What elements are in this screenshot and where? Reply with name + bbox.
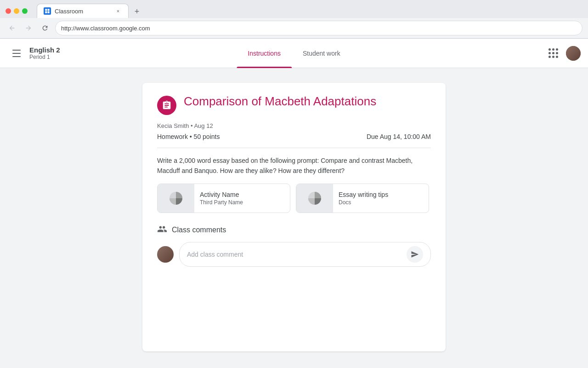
grid-dot xyxy=(548,52,551,54)
attachment-type-1: Docs xyxy=(339,199,423,206)
app-name: English 2 xyxy=(29,46,60,54)
avatar-image xyxy=(566,46,581,61)
tab-title: Classroom xyxy=(55,8,111,15)
svg-rect-0 xyxy=(45,9,47,11)
assignment-icon xyxy=(157,96,176,115)
tab-instructions[interactable]: Instructions xyxy=(237,39,292,68)
class-comments-header: Class comments xyxy=(157,224,431,236)
main-content: Comparison of Macbeth Adaptations Kecia … xyxy=(0,68,588,366)
attachment-thumbnail-1 xyxy=(296,184,333,213)
header-brand: English 2 Period 1 xyxy=(29,46,60,60)
tab-favicon-icon xyxy=(44,7,51,15)
attachment-info-0: Activity Name Third Party Name xyxy=(194,187,290,209)
assignment-title: Comparison of Macbeth Adaptations xyxy=(184,94,376,109)
app-subtitle: Period 1 xyxy=(29,54,60,60)
assignment-date: Aug 12 xyxy=(194,122,213,129)
apps-button[interactable] xyxy=(544,44,562,63)
assignment-description: Write a 2,000 word essay based on the fo… xyxy=(157,155,431,176)
hamburger-line-1 xyxy=(12,50,21,51)
class-comments-section: Class comments xyxy=(157,224,431,267)
back-button[interactable] xyxy=(6,22,18,34)
assignment-due: Due Aug 14, 10:00 AM xyxy=(367,133,431,140)
tab-bar: Classroom × + xyxy=(37,4,582,18)
svg-rect-1 xyxy=(48,9,50,11)
comments-icon xyxy=(157,224,167,236)
assignment-points-row: Homework • 50 points Due Aug 14, 10:00 A… xyxy=(157,133,431,148)
comment-input-wrapper[interactable] xyxy=(179,242,431,267)
attachment-thumbnail-0 xyxy=(158,184,194,213)
comment-input[interactable] xyxy=(187,251,405,258)
attachments-list: Activity Name Third Party Name Essay wri… xyxy=(157,184,431,213)
svg-rect-2 xyxy=(45,12,47,13)
assignment-meta: Kecia Smith • Aug 12 xyxy=(157,122,431,129)
attachment-type-0: Third Party Name xyxy=(200,199,284,206)
browser-tab[interactable]: Classroom × xyxy=(37,4,129,18)
forward-button[interactable] xyxy=(22,22,35,34)
url-text: http://www.classroom.google.com xyxy=(61,25,150,32)
address-bar[interactable]: http://www.classroom.google.com xyxy=(55,21,582,35)
grid-dot xyxy=(556,48,558,51)
attachment-name-1: Essay writing tips xyxy=(339,191,423,198)
attachment-card-1[interactable]: Essay writing tips Docs xyxy=(296,184,429,213)
maximize-window-button[interactable] xyxy=(22,8,28,14)
grid-icon xyxy=(548,48,558,58)
tab-close-button[interactable]: × xyxy=(114,7,122,15)
user-avatar[interactable] xyxy=(566,46,581,61)
grid-dot xyxy=(552,56,554,58)
svg-rect-3 xyxy=(48,12,50,13)
hamburger-menu-button[interactable] xyxy=(7,44,26,63)
tab-student-work[interactable]: Student work xyxy=(292,39,351,68)
grid-dot xyxy=(556,52,558,54)
send-comment-button[interactable] xyxy=(407,246,423,263)
browser-titlebar: Classroom × + xyxy=(0,0,588,18)
attachment-info-1: Essay writing tips Docs xyxy=(333,187,429,209)
assignment-card: Comparison of Macbeth Adaptations Kecia … xyxy=(142,83,446,351)
new-tab-button[interactable]: + xyxy=(130,5,143,18)
hamburger-line-2 xyxy=(12,53,21,54)
grid-dot xyxy=(552,48,554,51)
app-header: English 2 Period 1 Instructions Student … xyxy=(0,39,588,68)
comments-section-title: Class comments xyxy=(172,226,226,234)
header-right xyxy=(544,44,581,63)
close-window-button[interactable] xyxy=(6,8,11,14)
attachment-card-0[interactable]: Activity Name Third Party Name xyxy=(157,184,290,213)
grid-dot xyxy=(548,48,551,51)
traffic-lights xyxy=(6,8,28,14)
assignment-header: Comparison of Macbeth Adaptations xyxy=(157,94,431,115)
browser-toolbar: http://www.classroom.google.com xyxy=(0,18,588,38)
grid-dot xyxy=(548,56,551,58)
assignment-author: Kecia Smith xyxy=(157,122,189,129)
refresh-button[interactable] xyxy=(39,22,51,34)
minimize-window-button[interactable] xyxy=(14,8,19,14)
comment-input-row xyxy=(157,242,431,267)
grid-dot xyxy=(556,56,558,58)
header-tabs: Instructions Student work xyxy=(237,39,351,68)
comment-user-avatar xyxy=(157,246,174,263)
attachment-name-0: Activity Name xyxy=(200,191,284,198)
grid-dot xyxy=(552,52,554,54)
hamburger-line-3 xyxy=(12,56,21,57)
browser-chrome: Classroom × + http://www.classroom.googl… xyxy=(0,0,588,39)
assignment-points: Homework • 50 points xyxy=(157,133,220,140)
